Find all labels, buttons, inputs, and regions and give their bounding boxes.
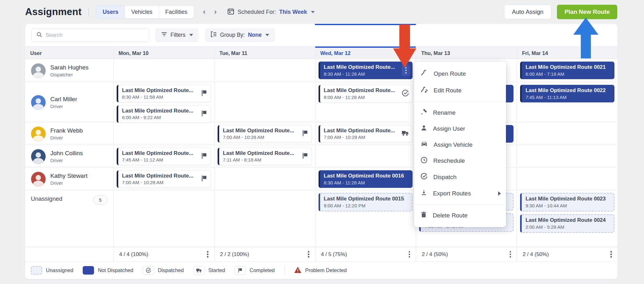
menu-item-assign-vehicle[interactable]: Assign Vehicle — [414, 137, 506, 153]
route-card[interactable]: Last Mile Optimized Route 0022 7:45 AM -… — [520, 85, 614, 102]
route-card[interactable]: Last Mile Optimized Route... 8:30 AM - 1… — [117, 85, 211, 102]
group-by-button[interactable]: Group By: None — [205, 28, 275, 42]
route-card-unassigned[interactable]: Last Mile Optimized Route 0024 2:00 AM -… — [520, 214, 614, 233]
column-menu-kebab-icon[interactable] — [408, 250, 412, 259]
column-menu-kebab-icon[interactable] — [206, 250, 210, 259]
column-header-user: User — [25, 46, 113, 59]
avatar — [31, 95, 46, 110]
menu-item-rename[interactable]: Rename — [414, 105, 506, 121]
route-time: 2:00 AM - 5:28 AM — [525, 224, 610, 230]
column-menu-kebab-icon[interactable] — [508, 250, 513, 259]
tab-vehicles[interactable]: Vehicles — [125, 6, 159, 18]
route-title: Last Mile Optimized Route... — [324, 128, 409, 134]
menu-item-dispatch[interactable]: Dispatch — [414, 169, 506, 185]
trash-icon — [420, 211, 427, 220]
legend-label: Unassigned — [46, 267, 73, 273]
chevron-down-icon — [189, 34, 193, 36]
route-card[interactable]: Last Mile Optimized Route... 8:00 AM - 1… — [319, 85, 413, 103]
user-name: Kathy Stewart — [50, 172, 87, 179]
next-week-button[interactable]: › — [214, 8, 217, 16]
user-row-frank-webb: Frank Webb Driver — [25, 123, 113, 145]
route-title: Last Mile Optimized Route 0015 — [324, 196, 408, 202]
auto-assign-button[interactable]: Auto Assign — [504, 5, 551, 19]
route-title: Last Mile Optimized Route 0021 — [525, 64, 611, 70]
legend-label: Problem Detected — [305, 267, 347, 273]
route-context-menu: Open Route Edit Route Rename Assign User… — [414, 62, 506, 227]
user-row-john-collins: John Collins Driver — [25, 145, 113, 168]
scheduled-for-label: Scheduled For: — [238, 9, 276, 15]
divider — [88, 7, 89, 17]
route-time: 8:00 AM - 11:28 AM — [324, 95, 409, 100]
scheduled-for-dropdown[interactable]: Scheduled For: This Week — [227, 8, 315, 17]
column-menu-kebab-icon[interactable] — [307, 250, 311, 259]
route-card-unassigned[interactable]: Last Mile Optimized Route 0023 9:30 AM -… — [520, 193, 614, 211]
menu-item-label: Assign Vehicle — [434, 141, 473, 148]
route-card[interactable]: Last Mile Optimized Route... 7:00 AM - 1… — [117, 170, 211, 188]
route-card[interactable]: Last Mile Optimized Route... 7:11 AM - 8… — [218, 148, 312, 165]
route-card-unassigned[interactable]: Last Mile Optimized Route 0015 9:00 AM -… — [319, 193, 413, 211]
route-card[interactable]: Last Mile Optimized Route 0016 8:30 AM -… — [319, 170, 413, 188]
user-row-carl-miller: Carl Miller Driver — [25, 82, 113, 123]
menu-item-label: Delete Route — [433, 212, 468, 219]
stat-thu: 2 / 4 (50%) — [422, 251, 448, 258]
route-card[interactable]: Last Mile Optimized Route... 6:00 AM - 9… — [117, 105, 211, 123]
user-role: Driver — [50, 135, 83, 140]
user-role: Driver — [50, 104, 77, 109]
tab-facilities[interactable]: Facilities — [159, 6, 194, 18]
menu-item-open-route[interactable]: Open Route — [414, 65, 506, 82]
route-time: 7:45 AM - 11:12 AM — [122, 157, 207, 162]
search-input[interactable] — [46, 32, 144, 38]
download-icon — [420, 189, 427, 198]
route-time: 7:00 AM - 10:28 AM — [223, 134, 308, 140]
route-title: Last Mile Optimized Route... — [324, 87, 409, 94]
avatar — [31, 149, 46, 164]
route-card[interactable]: Last Mile Optimized Route... 7:00 AM - 1… — [319, 125, 413, 143]
route-menu-kebab-icon[interactable] — [402, 65, 410, 76]
route-title: Last Mile Optimized Route... — [122, 173, 207, 179]
route-title: Last Mile Optimized Route 0023 — [525, 196, 610, 202]
chevron-down-icon — [265, 34, 269, 36]
user-name: Carl Miller — [50, 96, 77, 103]
divider — [284, 266, 285, 275]
menu-item-export-routes[interactable]: Export Routes — [414, 185, 506, 201]
group-by-label: Group By: — [220, 32, 245, 38]
user-role: Dispatcher — [50, 72, 88, 77]
route-card[interactable]: Last Mile Optimized Route... 7:00 AM - 1… — [218, 125, 312, 143]
prev-week-button[interactable]: ‹ — [203, 8, 206, 16]
tab-users[interactable]: Users — [96, 6, 125, 18]
column-header-mon: Mon, Mar 10 — [113, 46, 214, 59]
search-box[interactable] — [31, 28, 149, 42]
route-time: 8:30 AM - 11:58 AM — [122, 94, 207, 100]
completed-flag-icon — [302, 152, 308, 161]
avatar — [31, 126, 46, 141]
dispatched-check-icon — [402, 90, 409, 98]
group-by-icon — [211, 31, 217, 39]
menu-item-reschedule[interactable]: Reschedule — [414, 153, 506, 169]
plan-new-route-button[interactable]: Plan New Route — [557, 5, 617, 19]
route-card[interactable]: Last Mile Optimized Route... 7:45 AM - 1… — [117, 148, 211, 165]
route-title: Last Mile Optimized Route... — [324, 64, 409, 70]
board-toolbar: Filters Group By: None — [25, 24, 618, 46]
vehicle-icon — [420, 140, 428, 149]
top-bar: Assignment Users Vehicles Facilities ‹ ›… — [25, 4, 617, 20]
menu-item-label: Export Routes — [433, 190, 471, 197]
route-time: 7:00 AM - 10:28 AM — [122, 180, 207, 185]
problem-warning-triangle-icon — [294, 266, 302, 275]
route-card-selected[interactable]: Last Mile Optimized Route... 8:30 AM - 1… — [319, 62, 413, 79]
route-icon — [420, 69, 428, 78]
legend-label: Not Dispatched — [98, 267, 133, 273]
unassigned-count-badge: 5 — [93, 195, 108, 205]
menu-item-label: Open Route — [434, 70, 466, 77]
menu-item-delete-route[interactable]: Delete Route — [414, 207, 506, 223]
user-row-kathy-stewart: Kathy Stewart Driver — [25, 168, 113, 190]
started-truck-icon — [402, 130, 409, 138]
menu-item-edit-route[interactable]: Edit Route — [414, 82, 506, 99]
completed-flag-icon — [201, 110, 208, 118]
menu-item-assign-user[interactable]: Assign User — [414, 121, 506, 137]
menu-item-label: Edit Route — [434, 87, 462, 94]
menu-item-label: Rename — [433, 109, 456, 116]
column-menu-kebab-icon[interactable] — [609, 250, 613, 259]
route-card[interactable]: Last Mile Optimized Route 0021 6:00 AM -… — [520, 62, 614, 79]
avatar — [31, 63, 46, 78]
filters-button[interactable]: Filters — [155, 28, 199, 42]
